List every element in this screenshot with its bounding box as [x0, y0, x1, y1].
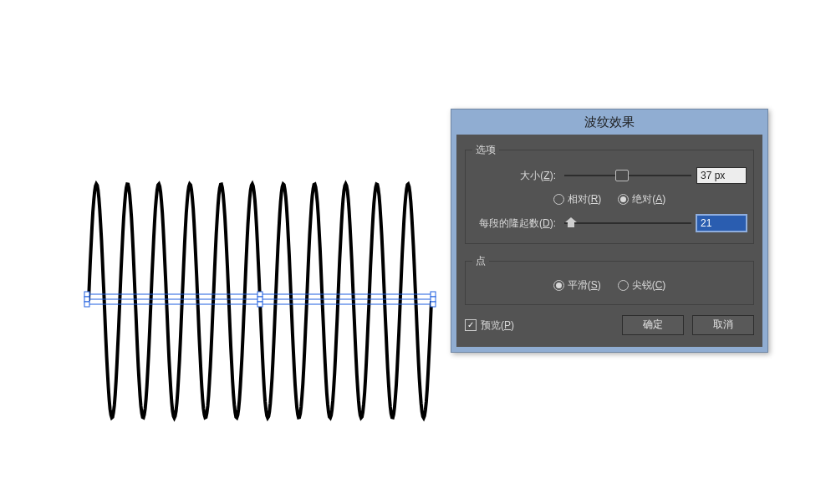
svg-rect-8	[257, 302, 263, 307]
smooth-radio[interactable]: 平滑(S)	[553, 278, 601, 293]
svg-rect-9	[431, 292, 436, 297]
corner-radio[interactable]: 尖锐(C)	[618, 278, 666, 293]
svg-marker-12	[565, 217, 577, 227]
zigzag-dialog: 波纹效果 选项 大小(Z): 37 px 相对(R)	[451, 109, 768, 353]
corner-radio-label: 尖锐(C)	[632, 278, 666, 293]
ridges-label: 每段的隆起数(D):	[472, 216, 559, 231]
svg-rect-4	[84, 297, 89, 302]
ridges-input[interactable]: 21	[696, 215, 747, 232]
svg-rect-5	[84, 302, 89, 307]
size-slider-thumb[interactable]	[615, 170, 629, 181]
smooth-radio-label: 平滑(S)	[568, 278, 601, 293]
ok-button[interactable]: 确定	[622, 315, 684, 335]
size-label: 大小(Z):	[472, 169, 559, 183]
options-group: 选项 大小(Z): 37 px 相对(R)	[465, 143, 754, 244]
selection-bounding-box[interactable]	[84, 292, 436, 307]
preview-label: 预览(P)	[481, 318, 514, 333]
points-group: 点 平滑(S) 尖锐(C)	[465, 254, 754, 305]
points-legend: 点	[472, 254, 489, 268]
size-slider[interactable]	[564, 170, 691, 181]
absolute-radio[interactable]: 绝对(A)	[618, 192, 665, 206]
relative-radio[interactable]: 相对(R)	[553, 192, 602, 206]
ridges-slider-thumb[interactable]	[565, 217, 575, 226]
size-input[interactable]: 37 px	[696, 167, 747, 184]
relative-radio-label: 相对(R)	[568, 192, 602, 206]
options-legend: 选项	[472, 143, 499, 157]
svg-rect-6	[257, 292, 263, 297]
svg-rect-10	[431, 297, 436, 302]
svg-rect-3	[84, 292, 89, 297]
ridges-slider[interactable]	[564, 217, 691, 229]
svg-rect-11	[431, 302, 436, 307]
svg-rect-7	[257, 297, 263, 302]
cancel-button[interactable]: 取消	[692, 315, 754, 335]
preview-checkbox[interactable]: ✓ 预览(P)	[465, 318, 614, 333]
absolute-radio-label: 绝对(A)	[632, 192, 665, 206]
dialog-title[interactable]: 波纹效果	[451, 109, 767, 135]
